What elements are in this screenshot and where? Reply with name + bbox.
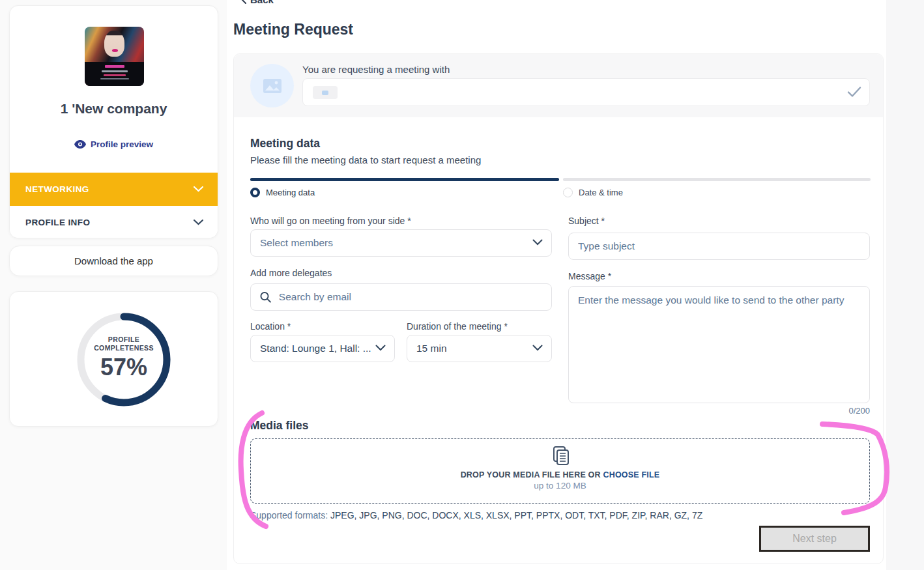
step-bar-meeting-data (250, 178, 559, 181)
delegates-search-input[interactable] (279, 284, 542, 310)
documents-icon (251, 446, 869, 469)
message-char-counter: 0/200 (568, 406, 870, 416)
chevron-left-icon (241, 0, 246, 4)
message-input[interactable] (578, 294, 860, 395)
image-placeholder-icon (263, 78, 282, 94)
message-label: Message * (568, 271, 611, 281)
recipient-placeholder-chip (313, 86, 338, 99)
requesting-with-label: You are requesting a meeting with (302, 64, 450, 75)
networking-label: NETWORKING (25, 184, 89, 194)
eye-icon (74, 140, 86, 149)
delegates-label: Add more delegates (250, 268, 332, 278)
location-select[interactable]: Stand: Lounge 1, Hall: ... (250, 335, 395, 362)
chevron-down-icon (532, 239, 543, 246)
logo-face-art (104, 31, 124, 57)
completeness-ring: PROFILE COMPLETENESS 57% (74, 309, 174, 410)
choose-file-link[interactable]: CHOOSE FILE (603, 470, 659, 479)
duration-value: 15 min (416, 343, 447, 354)
meeting-data-title: Meeting data (250, 137, 320, 150)
media-files-title: Media files (250, 419, 308, 433)
meeting-request-card: You are requesting a meeting with Meetin… (233, 53, 884, 564)
logo-lips-art (112, 49, 118, 52)
dropzone-text: DROP YOUR MEDIA FILE HERE OR CHOOSE FILE (251, 470, 869, 479)
media-dropzone[interactable]: DROP YOUR MEDIA FILE HERE OR CHOOSE FILE… (250, 438, 870, 504)
location-value: Stand: Lounge 1, Hall: ... (260, 343, 371, 354)
location-label: Location * (250, 321, 291, 332)
chevron-down-icon (194, 220, 203, 225)
subject-label: Subject * (568, 216, 605, 226)
profile-info-label: PROFILE INFO (25, 218, 90, 227)
page: 1 'New company Profile preview NETWORKIN… (0, 0, 924, 570)
duration-label: Duration of the meeting * (407, 321, 508, 332)
back-label: Back (250, 0, 274, 5)
completeness-label: PROFILE COMPLETENESS (74, 335, 174, 352)
duration-select[interactable]: 15 min (407, 335, 552, 362)
profile-preview-label: Profile preview (91, 139, 153, 149)
recipient-avatar (250, 64, 294, 107)
recipient-field[interactable] (302, 78, 870, 106)
logo-text-band (85, 62, 144, 86)
chevron-down-icon (194, 186, 203, 192)
members-label: Who will go on meeting from your side * (250, 216, 411, 226)
delegates-search-field (250, 283, 552, 311)
download-app-button[interactable]: Download the app (9, 246, 218, 276)
dropzone-size-limit: up to 120 MB (251, 481, 869, 491)
page-title: Meeting Request (233, 21, 353, 38)
step-meeting-data[interactable]: Meeting data (250, 188, 315, 197)
subject-field (568, 233, 870, 260)
radio-off-icon (563, 188, 573, 197)
members-value: Select members (260, 237, 333, 249)
message-field (568, 286, 870, 403)
sidebar-item-networking[interactable]: NETWORKING (10, 173, 218, 206)
recipient-banner: You are requesting a meeting with (234, 54, 883, 117)
checkmark-icon (847, 86, 861, 98)
completeness-value: 57% (74, 354, 174, 381)
download-app-label: Download the app (74, 255, 153, 266)
profile-preview-link[interactable]: Profile preview (10, 139, 218, 149)
company-profile-card: 1 'New company Profile preview NETWORKIN… (9, 5, 218, 238)
step-date-time-label: Date & time (579, 188, 623, 197)
step-meeting-data-label: Meeting data (266, 188, 315, 197)
company-name: 1 'New company (10, 101, 218, 117)
profile-completeness-card: PROFILE COMPLETENESS 57% (9, 291, 218, 427)
chevron-down-icon (375, 345, 386, 351)
members-select[interactable]: Select members (250, 229, 552, 257)
company-logo-image (85, 27, 144, 86)
search-icon (260, 291, 271, 303)
subject-input[interactable] (578, 233, 860, 259)
sidebar-item-profile-info[interactable]: PROFILE INFO (10, 206, 218, 238)
next-step-button[interactable]: Next step (759, 526, 870, 552)
meeting-data-subtitle: Please fill the meeting data to start re… (250, 154, 481, 165)
chevron-down-icon (532, 345, 543, 351)
radio-on-icon (250, 188, 260, 197)
back-button[interactable]: Back (241, 0, 274, 5)
step-bar-date-time (563, 178, 871, 181)
right-rail-background (886, 0, 924, 570)
supported-formats: Supported formats: JPEG, JPG, PNG, DOC, … (250, 510, 702, 520)
step-date-time[interactable]: Date & time (563, 188, 623, 197)
